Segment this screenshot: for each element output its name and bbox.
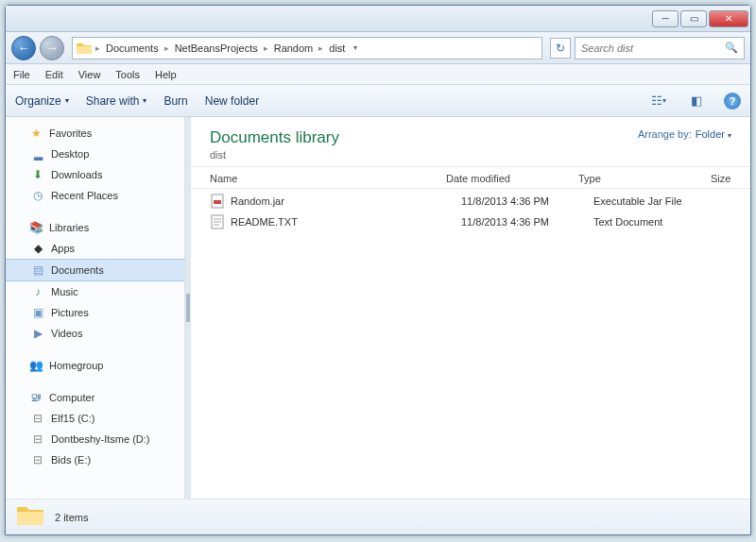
column-name[interactable]: Name — [210, 173, 446, 184]
sidebar-favorites-header[interactable]: ★ Favorites — [6, 123, 184, 144]
sidebar-libraries-header[interactable]: 📚 Libraries — [6, 217, 184, 238]
breadcrumb-item[interactable]: dist — [327, 42, 347, 54]
share-button[interactable]: Share with ▾ — [86, 94, 147, 108]
nav-bar: ← → ▸ Documents ▸ NetBeansProjects ▸ Ran… — [6, 32, 750, 64]
sidebar-item-downloads[interactable]: ⬇Downloads — [6, 164, 184, 185]
chevron-down-icon: ▾ — [143, 96, 146, 105]
column-size[interactable]: Size — [711, 173, 731, 184]
drive-icon: ⊟ — [30, 432, 45, 447]
menu-help[interactable]: Help — [155, 69, 177, 80]
file-name: Random.jar — [231, 195, 461, 207]
computer-icon: 🖳 — [28, 390, 43, 405]
maximize-button[interactable]: ▭ — [680, 10, 707, 27]
drive-icon: ⊟ — [30, 411, 45, 426]
videos-icon: ▶ — [30, 326, 45, 341]
sidebar-item-label: Dontbeshy-Itsme (D:) — [51, 433, 150, 445]
sidebar-item-label: Documents — [51, 264, 104, 276]
libraries-icon: 📚 — [28, 220, 43, 235]
sidebar-item-label: Videos — [51, 328, 82, 339]
arrange-dropdown[interactable]: Folder ▾ — [696, 128, 731, 140]
menu-file[interactable]: File — [13, 69, 30, 80]
file-date: 11/8/2013 4:36 PM — [461, 216, 593, 228]
file-item[interactable]: Random.jar 11/8/2013 4:36 PM Executable … — [191, 191, 750, 212]
library-subtitle: dist — [210, 149, 339, 161]
library-title: Documents library — [210, 128, 339, 147]
breadcrumb-dropdown[interactable]: ▾ — [351, 43, 360, 52]
preview-pane-button[interactable]: ◧ — [686, 92, 707, 110]
breadcrumb-item[interactable]: NetBeansProjects — [173, 42, 260, 54]
back-button[interactable]: ← — [11, 36, 36, 60]
file-item[interactable]: README.TXT 11/8/2013 4:36 PM Text Docume… — [191, 212, 750, 232]
help-button[interactable]: ? — [724, 93, 741, 110]
apps-icon: ◆ — [30, 241, 45, 256]
folder-icon — [17, 504, 43, 531]
chevron-down-icon: ▾ — [65, 96, 69, 105]
recent-icon: ◷ — [30, 188, 45, 203]
file-date: 11/8/2013 4:36 PM — [461, 195, 593, 207]
view-options-button[interactable]: ☷ ▾ — [648, 92, 669, 110]
pictures-icon: ▣ — [30, 305, 45, 320]
refresh-button[interactable]: ↻ — [550, 38, 571, 59]
sidebar-item-music[interactable]: ♪Music — [6, 281, 184, 302]
breadcrumb-item[interactable]: Random — [272, 42, 316, 54]
organize-button[interactable]: Organize ▾ — [15, 94, 69, 108]
sidebar-group-label: Libraries — [49, 222, 89, 233]
desktop-icon: ▂ — [30, 146, 45, 161]
sidebar-item-recent[interactable]: ◷Recent Places — [6, 185, 184, 206]
new-folder-button[interactable]: New folder — [205, 94, 259, 108]
sidebar-item-documents[interactable]: ▤Documents — [6, 259, 184, 281]
breadcrumb[interactable]: ▸ Documents ▸ NetBeansProjects ▸ Random … — [72, 37, 542, 59]
folder-icon — [77, 41, 92, 56]
jar-icon — [210, 194, 225, 209]
chevron-right-icon: ▸ — [264, 43, 268, 53]
breadcrumb-item[interactable]: Documents — [104, 42, 161, 54]
search-icon: 🔍 — [725, 42, 738, 54]
sidebar-item-drive-d[interactable]: ⊟Dontbeshy-Itsme (D:) — [6, 429, 184, 449]
download-icon: ⬇ — [30, 167, 45, 182]
sidebar-item-label: Desktop — [51, 148, 89, 160]
minimize-button[interactable]: ─ — [652, 10, 679, 27]
sidebar-item-label: Pictures — [51, 307, 89, 318]
sidebar-item-apps[interactable]: ◆Apps — [6, 238, 184, 259]
sidebar-splitter[interactable] — [185, 117, 191, 499]
column-date[interactable]: Date modified — [446, 173, 578, 184]
search-input[interactable] — [581, 42, 725, 54]
burn-button[interactable]: Burn — [163, 94, 187, 108]
svg-rect-1 — [214, 200, 221, 204]
column-type[interactable]: Type — [578, 173, 711, 184]
arrange-label: Arrange by: — [638, 128, 692, 140]
sidebar-item-drive-c[interactable]: ⊟Elf15 (C:) — [6, 408, 184, 429]
explorer-window: ─ ▭ ✕ ← → ▸ Documents ▸ NetBeansProjects… — [5, 5, 751, 535]
sidebar-homegroup-header[interactable]: 👥 Homegroup — [6, 355, 184, 376]
sidebar-item-label: Music — [51, 286, 78, 297]
music-icon: ♪ — [30, 284, 45, 299]
sidebar-item-label: Elf15 (C:) — [51, 413, 94, 424]
file-name: README.TXT — [231, 216, 461, 228]
sidebar-computer-header[interactable]: 🖳 Computer — [6, 387, 184, 408]
sidebar-item-drive-e[interactable]: ⊟Bids (E:) — [6, 449, 184, 470]
column-headers: Name Date modified Type Size — [191, 167, 750, 189]
arrange-by: Arrange by: Folder ▾ — [638, 128, 731, 140]
close-button[interactable]: ✕ — [709, 10, 748, 27]
menu-bar: File Edit View Tools Help — [6, 64, 750, 85]
sidebar-item-desktop[interactable]: ▂Desktop — [6, 144, 184, 164]
menu-tools[interactable]: Tools — [115, 69, 140, 80]
sidebar-item-pictures[interactable]: ▣Pictures — [6, 302, 184, 323]
forward-button[interactable]: → — [40, 36, 64, 60]
file-list: Random.jar 11/8/2013 4:36 PM Executable … — [191, 189, 750, 499]
explorer-body: ★ Favorites ▂Desktop ⬇Downloads ◷Recent … — [6, 117, 750, 499]
file-type: Text Document — [593, 216, 726, 228]
txt-icon — [210, 214, 225, 229]
sidebar-item-videos[interactable]: ▶Videos — [6, 323, 184, 344]
chevron-right-icon: ▸ — [95, 43, 100, 53]
menu-edit[interactable]: Edit — [45, 69, 63, 80]
sidebar-group-label: Computer — [49, 392, 94, 403]
toolbar: Organize ▾ Share with ▾ Burn New folder … — [6, 85, 750, 117]
sidebar-group-label: Homegroup — [49, 360, 103, 371]
library-header: Documents library dist Arrange by: Folde… — [191, 117, 750, 167]
file-type: Executable Jar File — [593, 195, 726, 207]
menu-view[interactable]: View — [78, 69, 101, 80]
star-icon: ★ — [28, 126, 43, 141]
search-box[interactable]: 🔍 — [575, 37, 745, 59]
status-bar: 2 items — [6, 499, 750, 534]
